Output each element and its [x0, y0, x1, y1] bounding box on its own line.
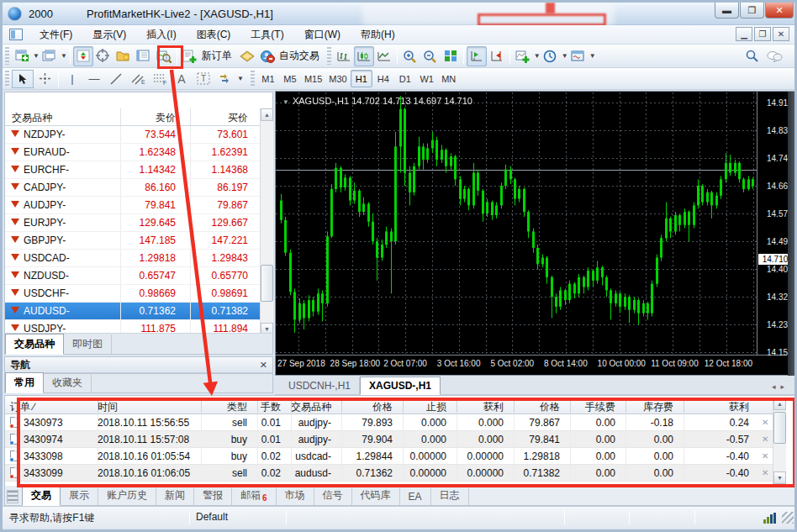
toolbar-grip[interactable]: [251, 71, 255, 87]
terminal-tab-交易[interactable]: 交易: [22, 485, 61, 506]
mdi-close-button[interactable]: ✕: [773, 27, 789, 41]
arrows-dropdown[interactable]: ▼: [237, 75, 244, 82]
toolbar-grip[interactable]: [5, 71, 9, 87]
chart-tab-scroll-arrows[interactable]: ◂▸: [765, 379, 796, 394]
menu-item-文[interactable]: 文件(F): [29, 25, 82, 45]
market-watch-header-row[interactable]: 交易品种 卖价 买价: [5, 108, 260, 126]
cursor-tool-button[interactable]: [12, 70, 34, 88]
market-watch-row[interactable]: EURCHF-1.143421.14368: [5, 161, 260, 179]
line-chart-button[interactable]: [374, 46, 394, 66]
profiles-button[interactable]: [40, 46, 60, 66]
terminal-tab-账户历史[interactable]: 账户历史: [98, 486, 156, 505]
menu-item-插[interactable]: 插入(I): [136, 25, 186, 45]
market-watch-row[interactable]: EURJPY-129.645129.667: [5, 214, 260, 232]
autotrading-label[interactable]: 自动交易: [279, 49, 319, 63]
terminal-button[interactable]: [134, 46, 154, 66]
chart-shift-button[interactable]: [467, 46, 487, 66]
chart-window[interactable]: ▼XAGUSD-,H1 14.702 14.713 14.697 14.710 …: [275, 91, 796, 376]
terminal-tab-邮箱[interactable]: 邮箱6: [232, 486, 277, 505]
status-profile[interactable]: Default: [196, 511, 228, 523]
timeframe-d1[interactable]: D1: [394, 70, 416, 87]
templates-button[interactable]: [568, 46, 589, 66]
chart-tab-USDCNH-,H1[interactable]: USDCNH-,H1: [280, 377, 360, 394]
arrows-tool-button[interactable]: [214, 70, 236, 88]
title-bar[interactable]: 2000 ProfitMarketHK-Live2 - [XAGUSD-,H1]…: [3, 3, 794, 25]
indicators-button[interactable]: [513, 46, 533, 66]
periods-dropdown[interactable]: ▼: [562, 52, 568, 60]
market-watch-row[interactable]: AUDUSD-0.713620.71382: [5, 303, 260, 320]
auto-scroll-button[interactable]: [487, 46, 507, 66]
profiles-dropdown[interactable]: ▼: [61, 52, 67, 60]
market-watch-scrollbar[interactable]: ▲ ▼: [260, 108, 273, 354]
market-watch-row[interactable]: CADJPY-86.16086.197: [5, 179, 260, 197]
maximize-button[interactable]: ❐: [740, 3, 764, 18]
scroll-up-icon[interactable]: ▲: [261, 108, 273, 121]
text-label-tool-button[interactable]: T: [193, 70, 214, 88]
timeframe-m1[interactable]: M1: [257, 70, 279, 87]
chart-right-scrollbar[interactable]: [788, 92, 796, 376]
candlestick-chart-button[interactable]: [354, 46, 374, 66]
menu-item-窗[interactable]: 窗口(W): [294, 25, 351, 45]
fibonacci-tool-button[interactable]: F: [149, 70, 171, 88]
timeframe-m15[interactable]: M15: [301, 70, 325, 87]
metaeditor-button[interactable]: [237, 46, 257, 66]
data-window-button[interactable]: [93, 46, 113, 66]
zoom-out-button[interactable]: [420, 46, 441, 66]
menu-item-帮[interactable]: 帮助(H): [351, 25, 405, 45]
navigator-button[interactable]: [113, 46, 134, 66]
timeframe-h4[interactable]: H4: [372, 70, 394, 87]
column-symbol[interactable]: 交易品种: [12, 111, 52, 125]
timeframe-m5[interactable]: M5: [279, 70, 301, 87]
terminal-tab-代码库[interactable]: 代码库: [352, 486, 400, 505]
tile-windows-button[interactable]: [441, 46, 461, 66]
new-order-label[interactable]: 新订单: [202, 49, 232, 63]
market-watch-row[interactable]: NZDJPY-73.54473.601: [5, 126, 260, 144]
mdi-minimize-button[interactable]: ▁: [736, 27, 752, 41]
timeframe-w1[interactable]: W1: [416, 70, 438, 87]
menu-item-显[interactable]: 显示(V): [82, 25, 136, 45]
terminal-tab-警报[interactable]: 警报: [194, 486, 232, 505]
trendline-tool-button[interactable]: [105, 70, 127, 88]
resize-grip[interactable]: [782, 512, 794, 524]
scrollbar-thumb[interactable]: [261, 265, 273, 302]
close-button[interactable]: ✕: [765, 3, 794, 18]
horizontal-line-tool-button[interactable]: —: [83, 70, 105, 88]
timeframe-m30[interactable]: M30: [325, 70, 350, 87]
toolbar-grip[interactable]: [327, 47, 331, 66]
new-chart-button[interactable]: [12, 46, 32, 66]
market-watch-row[interactable]: EURAUD-1.623481.62391: [5, 144, 260, 161]
terminal-tab-信号[interactable]: 信号: [314, 486, 352, 505]
crosshair-tool-button[interactable]: [34, 70, 55, 88]
tab-交易品种[interactable]: 交易品种: [5, 334, 64, 355]
indicators-dropdown[interactable]: ▼: [534, 52, 541, 60]
periods-button[interactable]: [541, 46, 561, 66]
column-bid[interactable]: 卖价: [156, 111, 176, 125]
tab-常用[interactable]: 常用: [5, 372, 44, 393]
timeframe-mn[interactable]: MN: [438, 70, 460, 87]
chat-icon[interactable]: [767, 50, 783, 62]
market-watch-row[interactable]: NZDUSD-0.657470.65770: [5, 267, 260, 285]
vertical-line-tool-button[interactable]: |: [61, 70, 83, 88]
bar-chart-button[interactable]: [334, 46, 354, 66]
market-watch-row[interactable]: USDCAD-1.298181.29843: [5, 250, 260, 267]
chart-tab-XAGUSD-,H1[interactable]: XAGUSD-,H1: [360, 377, 441, 395]
market-watch-row[interactable]: AUDJPY-79.84179.867: [5, 197, 260, 214]
navigator-title-bar[interactable]: 导航 ✕: [4, 356, 273, 373]
mdi-restore-button[interactable]: ❐: [754, 27, 771, 41]
minimize-button[interactable]: ▬: [715, 3, 739, 18]
toolbar-grip[interactable]: [5, 47, 9, 66]
menu-item-图[interactable]: 图表(C): [187, 25, 241, 45]
menu-item-工[interactable]: 工具(T): [240, 25, 293, 45]
timeframe-h1[interactable]: H1: [351, 70, 372, 87]
terminal-tab-日志[interactable]: 日志: [431, 486, 469, 505]
new-chart-dropdown[interactable]: ▼: [33, 52, 40, 60]
market-watch-row[interactable]: USDCHF-0.986690.98691: [5, 285, 260, 303]
zoom-in-button[interactable]: [400, 46, 420, 66]
navigator-close-icon[interactable]: ✕: [260, 360, 267, 371]
terminal-tab-市场[interactable]: 市场: [277, 486, 314, 505]
column-ask[interactable]: 买价: [228, 111, 248, 125]
market-watch-row[interactable]: GBPJPY-147.185147.221: [5, 232, 260, 250]
price-chart[interactable]: [276, 92, 757, 354]
search-icon[interactable]: [746, 50, 758, 62]
terminal-tab-展示[interactable]: 展示: [61, 486, 98, 505]
